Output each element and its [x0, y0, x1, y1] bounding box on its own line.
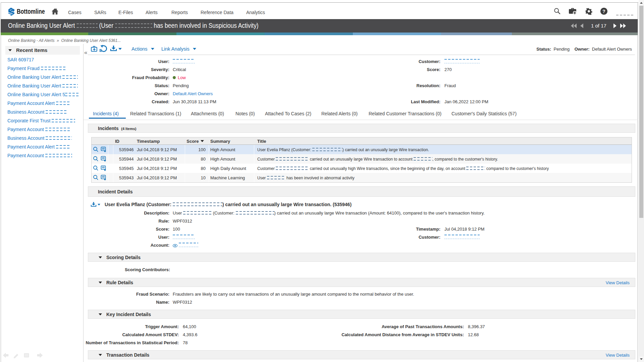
svg-text:?: ?	[602, 9, 605, 14]
